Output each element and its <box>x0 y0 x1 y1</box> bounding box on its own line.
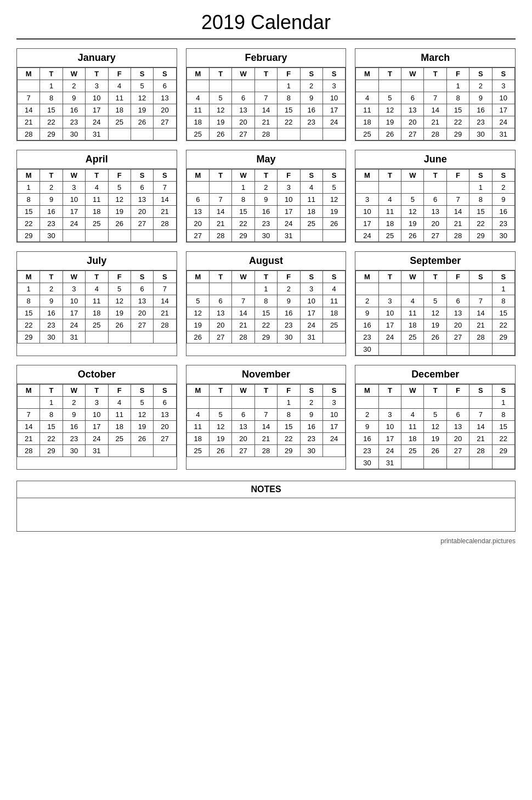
day-cell: 7 <box>154 283 176 295</box>
table-row: 13141516171819 <box>186 206 346 218</box>
day-cell <box>186 397 209 409</box>
day-cell: 4 <box>401 409 424 421</box>
table-row: 2728293031 <box>186 230 346 242</box>
day-cell: 7 <box>469 409 492 421</box>
day-cell <box>108 128 131 140</box>
day-cell <box>154 128 176 140</box>
day-cell: 3 <box>378 409 401 421</box>
day-cell: 19 <box>401 218 424 230</box>
day-cell: 21 <box>18 116 40 128</box>
day-cell: 18 <box>401 319 424 331</box>
day-header: S <box>154 271 176 283</box>
day-header: S <box>492 170 514 182</box>
day-cell <box>424 397 446 409</box>
day-cell: 6 <box>446 295 469 307</box>
day-cell: 26 <box>424 331 446 343</box>
month-table-november: MTWTFSS123456789101112131415161718192021… <box>186 384 346 457</box>
day-header: W <box>232 68 254 80</box>
day-cell: 8 <box>18 295 40 307</box>
day-header: W <box>232 170 254 182</box>
day-cell: 22 <box>446 116 469 128</box>
day-cell: 6 <box>401 92 424 104</box>
day-header: M <box>356 271 378 283</box>
table-row: 22232425262728 <box>18 319 177 331</box>
day-cell <box>131 128 153 140</box>
day-cell: 29 <box>232 230 254 242</box>
day-cell <box>210 397 232 409</box>
day-cell: 22 <box>254 319 277 331</box>
day-cell: 2 <box>40 182 63 194</box>
day-cell: 29 <box>446 128 469 140</box>
day-cell <box>154 230 176 242</box>
day-cell: 14 <box>18 104 40 116</box>
day-cell: 31 <box>492 128 514 140</box>
day-cell <box>424 457 446 469</box>
day-cell: 10 <box>86 92 108 104</box>
day-cell: 23 <box>300 433 322 445</box>
day-cell: 17 <box>86 104 108 116</box>
day-header: M <box>186 385 209 397</box>
month-table-may: MTWTFSS123456789101112131415161718192021… <box>186 169 346 242</box>
day-cell: 5 <box>378 92 401 104</box>
day-header: S <box>322 271 345 283</box>
day-header: T <box>424 170 446 182</box>
day-cell: 8 <box>232 194 254 206</box>
day-cell: 10 <box>322 409 345 421</box>
day-cell: 5 <box>131 80 153 92</box>
day-cell: 12 <box>401 206 424 218</box>
table-row: 21222324252627 <box>18 433 177 445</box>
day-header: M <box>18 170 40 182</box>
month-july: JulyMTWTFSS12345678910111213141516171819… <box>16 251 177 356</box>
day-cell: 22 <box>492 319 514 331</box>
day-header: S <box>322 385 345 397</box>
day-cell: 24 <box>378 445 401 457</box>
day-cell: 20 <box>232 116 254 128</box>
table-row: 16171819202122 <box>356 319 515 331</box>
day-cell: 9 <box>356 307 378 319</box>
day-cell: 21 <box>232 319 254 331</box>
day-cell: 8 <box>40 409 63 421</box>
day-cell: 1 <box>40 80 63 92</box>
table-row: 19202122232425 <box>186 319 346 331</box>
day-cell: 20 <box>154 421 176 433</box>
day-cell: 20 <box>232 433 254 445</box>
day-cell: 2 <box>469 80 492 92</box>
day-cell <box>18 397 40 409</box>
day-cell: 27 <box>154 116 176 128</box>
table-row: 28293031 <box>18 445 177 457</box>
day-header: W <box>401 385 424 397</box>
day-header: F <box>108 68 131 80</box>
day-cell: 2 <box>278 283 300 295</box>
day-cell: 28 <box>210 230 232 242</box>
day-cell: 25 <box>356 128 378 140</box>
table-row: 14151617181920 <box>18 421 177 433</box>
day-cell: 17 <box>86 421 108 433</box>
day-cell: 26 <box>424 445 446 457</box>
day-cell: 16 <box>300 421 322 433</box>
day-cell: 7 <box>232 295 254 307</box>
month-table-january: MTWTFSS123456789101112131415161718192021… <box>17 67 177 140</box>
month-name-april: April <box>17 150 177 169</box>
day-cell <box>469 283 492 295</box>
day-cell: 11 <box>378 206 401 218</box>
month-march: MarchMTWTFSS1234567891011121314151617181… <box>355 48 516 141</box>
day-cell: 1 <box>492 397 514 409</box>
notes-body <box>17 498 515 531</box>
day-cell: 26 <box>378 128 401 140</box>
day-cell: 19 <box>131 104 153 116</box>
day-header: F <box>446 385 469 397</box>
day-header: F <box>108 271 131 283</box>
day-cell <box>300 230 322 242</box>
day-header: S <box>131 170 153 182</box>
day-cell: 7 <box>154 182 176 194</box>
day-header: M <box>356 385 378 397</box>
day-cell <box>210 182 232 194</box>
day-cell: 1 <box>232 182 254 194</box>
day-cell: 26 <box>322 218 345 230</box>
day-cell: 5 <box>108 283 131 295</box>
day-cell: 30 <box>63 445 85 457</box>
day-cell: 14 <box>254 104 277 116</box>
day-cell: 18 <box>378 218 401 230</box>
day-cell: 14 <box>154 194 176 206</box>
day-cell: 10 <box>63 194 85 206</box>
